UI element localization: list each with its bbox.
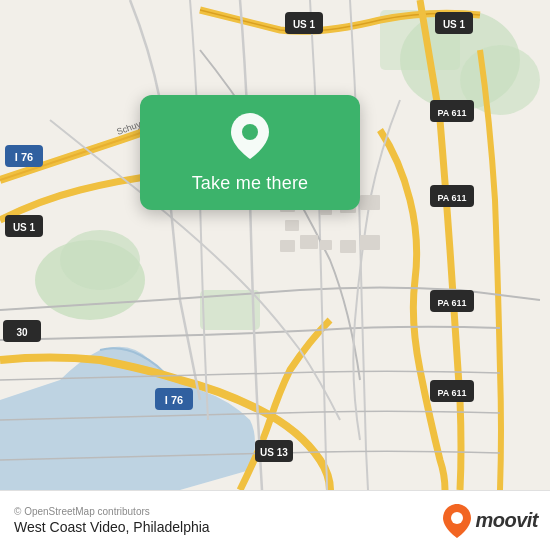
moovit-logo: moovit xyxy=(443,504,538,538)
svg-point-42 xyxy=(451,512,463,524)
svg-rect-36 xyxy=(280,240,295,252)
bottom-bar: © OpenStreetMap contributors West Coast … xyxy=(0,490,550,550)
svg-point-41 xyxy=(242,124,258,140)
svg-rect-38 xyxy=(320,240,332,250)
svg-text:PA 611: PA 611 xyxy=(437,298,466,308)
map-background: I 76 US 1 US 1 US 1 PA 611 PA 611 PA 611… xyxy=(0,0,550,490)
copyright-text: © OpenStreetMap contributors xyxy=(14,506,210,517)
svg-point-2 xyxy=(60,230,140,290)
bottom-info: © OpenStreetMap contributors West Coast … xyxy=(14,506,210,535)
map-container: I 76 US 1 US 1 US 1 PA 611 PA 611 PA 611… xyxy=(0,0,550,490)
svg-rect-40 xyxy=(360,235,380,250)
svg-text:I 76: I 76 xyxy=(165,394,183,406)
take-me-there-label: Take me there xyxy=(192,173,309,194)
moovit-text: moovit xyxy=(475,509,538,532)
svg-rect-35 xyxy=(360,195,380,210)
svg-text:US 1: US 1 xyxy=(13,222,36,233)
svg-rect-37 xyxy=(300,235,318,249)
svg-rect-33 xyxy=(285,220,299,231)
take-me-there-button[interactable]: Take me there xyxy=(140,95,360,210)
location-pin-icon xyxy=(231,113,269,163)
svg-text:US 1: US 1 xyxy=(443,19,466,30)
svg-text:30: 30 xyxy=(16,327,28,338)
svg-text:PA 611: PA 611 xyxy=(437,388,466,398)
svg-rect-39 xyxy=(340,240,356,253)
svg-text:US 13: US 13 xyxy=(260,447,288,458)
svg-text:US 1: US 1 xyxy=(293,19,316,30)
svg-text:I 76: I 76 xyxy=(15,151,33,163)
moovit-pin-icon xyxy=(443,504,471,538)
location-name: West Coast Video, Philadelphia xyxy=(14,519,210,535)
svg-text:PA 611: PA 611 xyxy=(437,108,466,118)
svg-text:PA 611: PA 611 xyxy=(437,193,466,203)
